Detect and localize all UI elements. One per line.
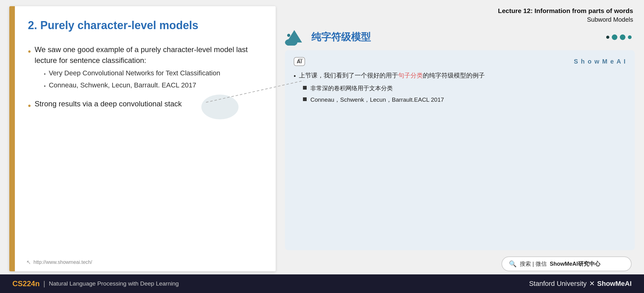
sub-bullets-1: • Very Deep Convolutional Networks for T… xyxy=(44,69,260,90)
url-text: http://www.showmeai.tech/ xyxy=(33,260,92,265)
ai-badge-text: A͞I xyxy=(297,59,302,64)
footer-course: CS224n xyxy=(12,279,40,288)
right-panel: Lecture 12: Information from parts of wo… xyxy=(285,6,635,271)
card-sub-text-2: Conneau，Schwenk，Lecun，Barrault.EACL 2017 xyxy=(310,96,444,104)
card-sub-bullets: 非常深的卷积网络用于文本分类 Conneau，Schwenk，Lecun，Bar… xyxy=(303,84,626,104)
cursor-icon: ↖ xyxy=(26,259,31,266)
footer-right: Stanford University ✕ ShowMeAI xyxy=(529,280,632,288)
card-bullet-dot: • xyxy=(294,71,296,81)
card-sub-item-2: Conneau，Schwenk，Lecun，Barrault.EACL 2017 xyxy=(303,96,626,104)
bullet-text-2: Strong results via a deep convolutional … xyxy=(35,99,182,109)
bullet-item-1: • We saw one good example of a purely ch… xyxy=(28,44,260,92)
card-sub-item-1: 非常深的卷积网络用于文本分类 xyxy=(303,84,626,93)
slide-panel: 2. Purely character-level models • We sa… xyxy=(9,6,276,271)
teal-dot-3 xyxy=(628,35,632,39)
svg-point-2 xyxy=(287,34,290,37)
sub-text-1b: Conneau, Schwenk, Lecun, Barrault. EACL … xyxy=(49,81,196,90)
teal-dot-2 xyxy=(620,34,625,40)
footer-left: CS224n | Natural Language Processing wit… xyxy=(12,279,179,288)
search-icon: 🔍 xyxy=(509,260,517,268)
slide-body: • We saw one good example of a purely ch… xyxy=(28,44,260,259)
footer-stanford: Stanford University xyxy=(529,280,587,288)
dark-dot xyxy=(606,36,609,39)
search-text: 搜索 | 微信 xyxy=(520,260,547,268)
section-title: 纯字符级模型 xyxy=(311,30,371,44)
bullet-item-2: • Strong results via a deep convolutiona… xyxy=(28,99,260,112)
sub-dot: • xyxy=(44,82,46,90)
lecture-title-line2: Subword Models xyxy=(285,15,633,24)
bullet-text-1: We saw one good example of a purely char… xyxy=(35,45,248,64)
slide-url: ↖ http://www.showmeai.tech/ xyxy=(26,259,92,266)
card-bullet-text: 上节课，我们看到了一个很好的用于句子分类的纯字符级模型的例子 xyxy=(299,71,485,80)
mountain-icon xyxy=(285,29,307,46)
sub-dot: • xyxy=(44,70,46,78)
ai-badge: A͞I xyxy=(294,57,305,66)
sub-bullet-1a: • Very Deep Convolutional Networks for T… xyxy=(44,69,260,78)
search-brand: ShowMeAI研究中心 xyxy=(550,260,600,268)
footer-showmeai: ShowMeAI xyxy=(597,280,632,288)
slide-title: 2. Purely character-level models xyxy=(28,19,260,32)
bullet-dot: • xyxy=(28,99,31,112)
slide-accent-bar xyxy=(9,6,15,271)
highlight-text: 句子分类 xyxy=(398,72,423,79)
sub-text-1a: Very Deep Convolutional Networks for Tex… xyxy=(49,69,220,78)
footer: CS224n | Natural Language Processing wit… xyxy=(0,274,644,293)
lecture-header: Lecture 12: Information from parts of wo… xyxy=(285,6,635,24)
teal-dots xyxy=(606,34,635,40)
teal-dot-1 xyxy=(612,34,617,40)
lecture-title-line1: Lecture 12: Information from parts of wo… xyxy=(285,6,633,15)
showmeai-label: S h o w M e A I xyxy=(574,58,626,65)
card-top-row: A͞I S h o w M e A I xyxy=(294,57,626,66)
sub-square-1 xyxy=(303,86,307,90)
sub-bullet-1b: • Conneau, Schwenk, Lecun, Barrault. EAC… xyxy=(44,81,260,90)
card-bullet-main: • 上节课，我们看到了一个很好的用于句子分类的纯字符级模型的例子 xyxy=(294,71,626,81)
showmeai-card: A͞I S h o w M e A I • 上节课，我们看到了一个很好的用于句子… xyxy=(285,50,635,250)
search-bar[interactable]: 🔍 搜索 | 微信 ShowMeAI研究中心 xyxy=(502,256,632,271)
footer-x: ✕ xyxy=(589,280,595,288)
section-title-row: 纯字符级模型 xyxy=(285,29,635,46)
footer-subtitle: Natural Language Processing with Deep Le… xyxy=(49,280,179,287)
card-sub-text-1: 非常深的卷积网络用于文本分类 xyxy=(310,84,393,93)
footer-divider: | xyxy=(43,280,45,288)
sub-square-2 xyxy=(303,97,307,101)
bullet-dot: • xyxy=(28,45,31,58)
